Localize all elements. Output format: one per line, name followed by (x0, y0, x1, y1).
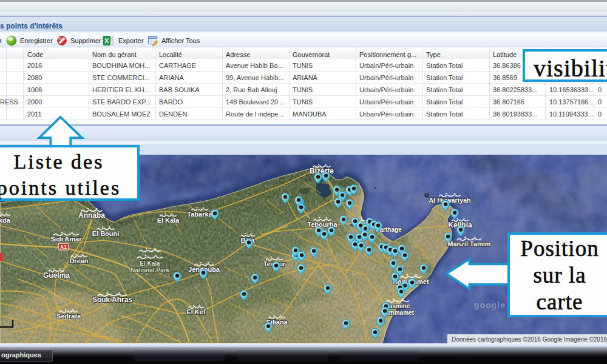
svg-text:Al Huwariyah: Al Huwariyah (429, 197, 471, 204)
svg-text:Guelma: Guelma (43, 271, 70, 280)
svg-text:kda: kda (0, 217, 11, 224)
svg-text:El Kala: El Kala (157, 217, 180, 224)
svg-text:El Kef: El Kef (186, 308, 206, 315)
svg-text:Annaba: Annaba (78, 211, 105, 220)
svg-text:Manzil Tamim: Manzil Tamim (447, 240, 491, 248)
svg-text:National Park: National Park (131, 267, 169, 274)
svg-text:El Bouni: El Bouni (92, 230, 120, 237)
svg-text:Tabarka: Tabarka (187, 211, 212, 218)
svg-text:Bizerte: Bizerte (310, 167, 334, 175)
svg-text:Drean: Drean (69, 257, 88, 265)
svg-text:google: google (474, 300, 506, 310)
svg-text:Sidi Amar: Sidi Amar (51, 235, 83, 243)
svg-text:Souk Ahras: Souk Ahras (92, 295, 133, 304)
svg-text:El Kala: El Kala (140, 260, 160, 267)
svg-text:A1: A1 (60, 244, 67, 250)
svg-text:Sedrata: Sedrata (56, 312, 81, 320)
